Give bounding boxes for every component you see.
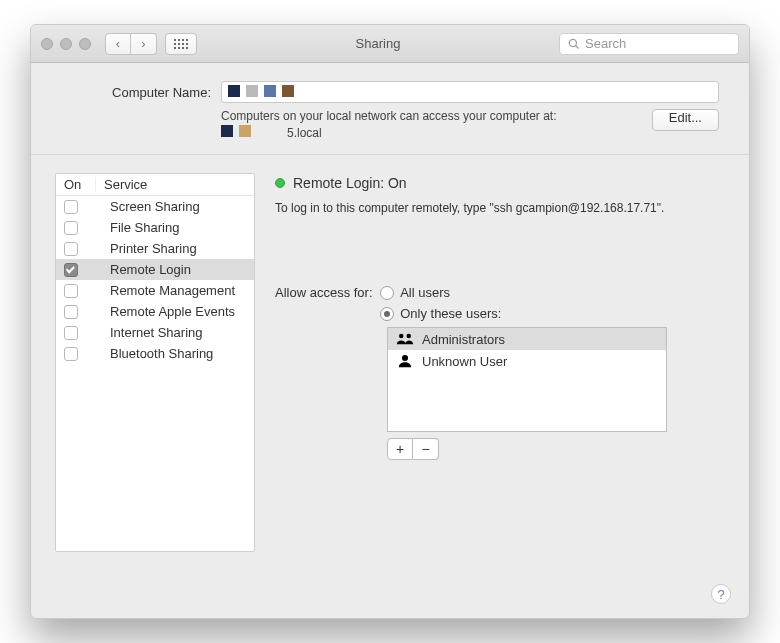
radio-all-users[interactable]: All users	[380, 285, 501, 300]
sharing-prefpane-window: ‹ › Sharing Search Computer Name:	[30, 24, 750, 619]
show-all-button[interactable]	[165, 33, 197, 55]
redacted-swatch	[228, 85, 240, 97]
service-row[interactable]: Printer Sharing	[56, 238, 254, 259]
zoom-icon[interactable]	[79, 38, 91, 50]
redacted-swatch	[239, 125, 251, 137]
redacted-swatch	[282, 85, 294, 97]
service-row[interactable]: Screen Sharing	[56, 196, 254, 217]
redacted-swatch	[246, 85, 258, 97]
nav-buttons: ‹ ›	[105, 33, 157, 55]
local-network-hint: Computers on your local network can acce…	[221, 109, 556, 140]
minimize-icon[interactable]	[60, 38, 72, 50]
col-on[interactable]: On	[56, 177, 96, 192]
service-row[interactable]: Remote Apple Events	[56, 301, 254, 322]
ssh-hint: To log in to this computer remotely, typ…	[275, 201, 725, 215]
service-name: Remote Login	[110, 262, 191, 277]
group-icon	[396, 332, 414, 346]
service-toggle[interactable]	[64, 242, 78, 256]
service-name: File Sharing	[110, 220, 179, 235]
service-name: Bluetooth Sharing	[110, 346, 213, 361]
titlebar: ‹ › Sharing Search	[31, 25, 749, 63]
service-row[interactable]: Remote Management	[56, 280, 254, 301]
service-name: Remote Apple Events	[110, 304, 235, 319]
search-icon	[568, 38, 580, 50]
allowed-users-list[interactable]: AdministratorsUnknown User	[387, 327, 667, 432]
service-row[interactable]: File Sharing	[56, 217, 254, 238]
user-row[interactable]: Administrators	[388, 328, 666, 350]
service-name: Screen Sharing	[110, 199, 200, 214]
service-detail: Remote Login: On To log in to this compu…	[275, 173, 725, 552]
forward-button[interactable]: ›	[131, 33, 157, 55]
service-toggle[interactable]	[64, 284, 78, 298]
service-row[interactable]: Bluetooth Sharing	[56, 343, 254, 364]
service-row[interactable]: Remote Login	[56, 259, 254, 280]
window-title: Sharing	[356, 36, 401, 51]
search-placeholder: Search	[585, 36, 626, 51]
services-header: On Service	[56, 174, 254, 196]
status-indicator-icon	[275, 178, 285, 188]
service-name: Internet Sharing	[110, 325, 203, 340]
services-table: On Service Screen SharingFile SharingPri…	[55, 173, 255, 552]
service-toggle[interactable]	[64, 326, 78, 340]
window-controls	[41, 38, 91, 50]
add-user-button[interactable]: +	[387, 438, 413, 460]
user-name: Administrators	[422, 332, 505, 347]
service-name: Remote Management	[110, 283, 235, 298]
computer-name-section: Computer Name: Computers on your local n…	[31, 63, 749, 155]
user-name: Unknown User	[422, 354, 507, 369]
service-name: Printer Sharing	[110, 241, 197, 256]
access-label: Allow access for:	[275, 285, 373, 300]
service-toggle[interactable]	[64, 263, 78, 277]
local-hostname: 5.local	[287, 126, 322, 140]
redacted-swatch	[264, 85, 276, 97]
grid-icon	[174, 39, 188, 49]
service-toggle[interactable]	[64, 221, 78, 235]
service-toggle[interactable]	[64, 305, 78, 319]
main-content: On Service Screen SharingFile SharingPri…	[31, 155, 749, 570]
service-toggle[interactable]	[64, 200, 78, 214]
user-row[interactable]: Unknown User	[388, 350, 666, 372]
service-row[interactable]: Internet Sharing	[56, 322, 254, 343]
service-toggle[interactable]	[64, 347, 78, 361]
computer-name-label: Computer Name:	[61, 85, 211, 100]
close-icon[interactable]	[41, 38, 53, 50]
user-icon	[396, 354, 414, 368]
radio-only-these-users[interactable]: Only these users:	[380, 306, 501, 321]
search-input[interactable]: Search	[559, 33, 739, 55]
computer-name-field[interactable]	[221, 81, 719, 103]
help-button[interactable]: ?	[711, 584, 731, 604]
edit-button[interactable]: Edit...	[652, 109, 719, 131]
remove-user-button[interactable]: −	[413, 438, 439, 460]
redacted-swatch	[221, 125, 233, 137]
back-button[interactable]: ‹	[105, 33, 131, 55]
status-label: Remote Login: On	[293, 175, 407, 191]
col-service[interactable]: Service	[96, 177, 147, 192]
